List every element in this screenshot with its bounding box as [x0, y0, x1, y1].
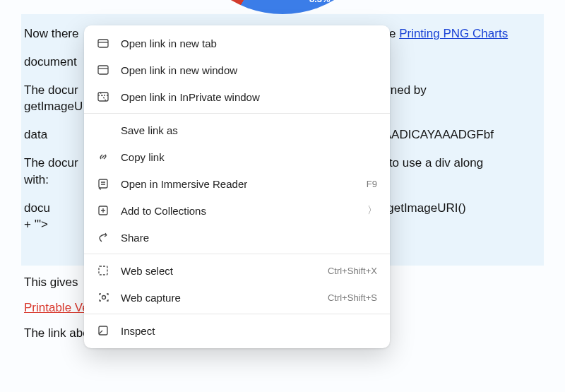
- context-menu-item-collections[interactable]: Add to Collections〉: [84, 197, 390, 224]
- text-fragment: getImageU: [24, 100, 83, 113]
- context-menu-separator: [84, 113, 390, 114]
- context-menu-shortcut: Ctrl+Shift+S: [328, 292, 377, 303]
- context-menu-label: Share: [121, 232, 377, 244]
- text-fragment: The docur: [24, 83, 78, 97]
- window-icon: [95, 62, 111, 78]
- context-menu-item-open-win[interactable]: Open link in new window: [84, 57, 390, 83]
- reader-icon: [95, 176, 111, 191]
- context-menu-label: Open link in new tab: [121, 37, 377, 49]
- context-menu-label: Copy link: [121, 151, 377, 163]
- pie-slice-label-1: 8.3%: [274, 0, 298, 4]
- inprivate-icon: [95, 89, 111, 105]
- collections-icon: [95, 203, 111, 218]
- context-menu-label: Open link in new window: [121, 64, 377, 76]
- link-printing-png[interactable]: Printing PNG Charts: [399, 27, 508, 40]
- tab-icon: [95, 35, 111, 51]
- context-menu-item-share[interactable]: Share: [84, 224, 390, 251]
- chevron-right-icon: 〉: [367, 204, 377, 217]
- text-fragment: This gives: [24, 275, 78, 289]
- select-icon: [95, 263, 111, 278]
- code-fragment: data: [24, 128, 47, 141]
- context-menu-item-inspect[interactable]: Inspect: [84, 317, 390, 344]
- context-menu-label: Open in Immersive Reader: [121, 178, 367, 190]
- context-menu-item-reader[interactable]: Open in Immersive ReaderF9: [84, 170, 390, 197]
- context-menu-item-web-capture[interactable]: Web captureCtrl+Shift+S: [84, 284, 390, 311]
- context-menu-label: Web capture: [121, 292, 328, 304]
- capture-icon: [95, 290, 111, 305]
- context-menu-separator: [84, 254, 390, 254]
- context-menu-label: Open link in InPrivate window: [121, 91, 377, 103]
- context-menu-label: Save link as: [121, 124, 377, 136]
- pie-chart-fragment: 8.3% 8.3%: [191, 0, 374, 14]
- code-fragment: docu: [24, 201, 50, 215]
- context-menu-label: Web select: [121, 265, 328, 277]
- context-menu-item-save-as[interactable]: Save link as: [84, 117, 390, 143]
- text-fragment: e: [389, 27, 399, 40]
- pie-slice-label-2: 8.3%: [309, 0, 331, 6]
- blank-icon: [95, 122, 111, 138]
- share-icon: [95, 230, 111, 245]
- text-fragment: The docur: [24, 156, 78, 170]
- context-menu-label: Add to Collections: [121, 205, 367, 217]
- context-menu-item-copy[interactable]: Copy link: [84, 143, 390, 170]
- context-menu: Open link in new tabOpen link in new win…: [84, 25, 390, 348]
- context-menu-separator: [84, 314, 390, 314]
- inspect-icon: [95, 323, 111, 338]
- context-menu-shortcut: F9: [367, 179, 377, 189]
- context-menu-label: Inspect: [121, 325, 377, 337]
- link-icon: [95, 149, 111, 165]
- context-menu-item-web-select[interactable]: Web selectCtrl+Shift+X: [84, 257, 390, 284]
- code-fragment: + '">: [24, 218, 48, 231]
- context-menu-item-open-priv[interactable]: Open link in InPrivate window: [84, 83, 390, 110]
- context-menu-item-open-tab[interactable]: Open link in new tab: [84, 30, 390, 57]
- context-menu-shortcut: Ctrl+Shift+X: [328, 266, 377, 276]
- text-fragment: with:: [24, 173, 49, 186]
- text-fragment: Now there: [24, 27, 78, 40]
- text-fragment: document: [24, 55, 77, 69]
